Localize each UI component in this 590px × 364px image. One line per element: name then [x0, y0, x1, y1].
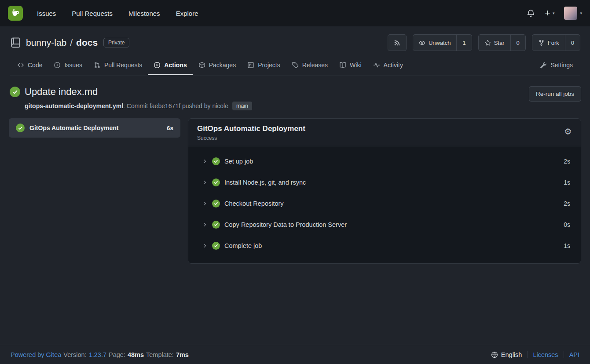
tab-issues[interactable]: Issues — [48, 56, 88, 75]
powered-by-gitea-link[interactable]: Powered by Gitea — [11, 351, 61, 358]
step-duration: 1s — [564, 242, 570, 249]
fork-icon — [538, 40, 545, 46]
gitea-logo[interactable] — [8, 6, 23, 21]
step-duration: 2s — [564, 158, 570, 165]
unwatch-label: Unwatch — [429, 40, 451, 46]
job-list-item[interactable]: GitOps Automatic Deployment 6s — [9, 118, 180, 138]
commit-info-text: : Commit faebe1671f pushed by nicole — [123, 102, 228, 109]
fork-label: Fork — [548, 40, 559, 46]
fork-count[interactable]: 0 — [565, 35, 580, 51]
job-success-check-icon — [16, 124, 25, 132]
version-label: Version: — [63, 351, 86, 358]
projects-icon — [247, 62, 254, 69]
tab-wiki[interactable]: Wiki — [333, 56, 367, 75]
nav-item-milestones[interactable]: Milestones — [128, 10, 160, 17]
tab-actions[interactable]: Actions — [148, 56, 192, 75]
navbar-links: Issues Pull Requests Milestones Explore — [37, 10, 198, 17]
step-duration: 1s — [564, 179, 570, 186]
rss-button-group — [388, 34, 407, 51]
tab-label: Actions — [164, 62, 187, 69]
gitea-cup-icon — [10, 8, 21, 19]
star-count[interactable]: 0 — [510, 35, 525, 51]
repo-action-buttons: Unwatch 1 Star 0 — [388, 34, 580, 51]
chevron-right-icon — [202, 201, 208, 206]
star-button[interactable]: Star — [479, 35, 510, 51]
job-duration: 6s — [167, 125, 173, 131]
book-icon — [339, 62, 346, 69]
step-row[interactable]: Complete job 1s — [188, 235, 581, 256]
tab-label: Releases — [302, 62, 328, 69]
page-time-label: Page: — [109, 351, 125, 358]
chevron-down-icon: ▾ — [580, 11, 582, 15]
user-avatar — [564, 7, 577, 20]
job-status-text: Success — [197, 135, 305, 141]
step-duration: 0s — [564, 221, 570, 228]
repo-title-row: bunny-lab / docs Private — [10, 34, 580, 51]
tab-code[interactable]: Code — [11, 56, 48, 75]
job-panel-header: GitOps Automatic Deployment Success ⚙ — [188, 119, 581, 146]
step-name: Install Node.js, git, and rsync — [224, 179, 306, 186]
tab-projects[interactable]: Projects — [242, 56, 286, 75]
rss-button[interactable] — [388, 35, 406, 51]
tab-label: Projects — [258, 62, 280, 69]
tab-activity[interactable]: Activity — [367, 56, 409, 75]
language-selector[interactable]: English — [491, 351, 522, 358]
step-name: Complete job — [224, 242, 262, 249]
step-row[interactable]: Set up job 2s — [188, 151, 581, 172]
tab-label: Activity — [384, 62, 403, 69]
run-success-check-icon — [10, 87, 20, 97]
api-link[interactable]: API — [569, 351, 579, 358]
workflow-file-link[interactable]: gitops-automatic-deployment.yml — [25, 102, 123, 109]
branch-badge[interactable]: main — [232, 102, 252, 110]
chevron-right-icon — [202, 243, 208, 248]
globe-icon — [491, 351, 498, 358]
run-subtitle: gitops-automatic-deployment.yml : Commit… — [25, 102, 580, 110]
footer-divider — [564, 351, 564, 358]
repo-name-link[interactable]: docs — [76, 37, 98, 48]
star-icon — [484, 40, 491, 46]
tab-releases[interactable]: Releases — [286, 56, 333, 75]
footer-left: Powered by Gitea Version: 1.23.7 Page: 4… — [11, 351, 189, 358]
nav-item-explore[interactable]: Explore — [176, 10, 198, 17]
tag-icon — [292, 62, 299, 69]
nav-item-pull-requests[interactable]: Pull Requests — [72, 10, 113, 17]
repo-owner-link[interactable]: bunny-lab — [26, 37, 66, 48]
rerun-all-jobs-button[interactable]: Re-run all jobs — [529, 86, 581, 102]
notifications-bell-icon[interactable] — [527, 9, 535, 18]
step-row[interactable]: Install Node.js, git, and rsync 1s — [188, 172, 581, 193]
star-button-group: Star 0 — [478, 34, 526, 51]
activity-icon — [373, 62, 380, 69]
repo-separator: / — [70, 37, 73, 48]
step-name: Set up job — [224, 158, 253, 165]
template-time-label: Template: — [146, 351, 174, 358]
fork-button[interactable]: Fork — [532, 35, 565, 51]
navbar-right: + ▾ ▾ — [527, 7, 582, 20]
package-icon — [198, 62, 205, 69]
job-panel: GitOps Automatic Deployment Success ⚙ Se… — [188, 118, 581, 264]
run-title-row: Update index.md — [10, 86, 580, 98]
tab-settings[interactable]: Settings — [534, 56, 579, 75]
run-header: Update index.md gitops-automatic-deploym… — [0, 76, 590, 118]
watch-count[interactable]: 1 — [456, 35, 471, 51]
unwatch-button[interactable]: Unwatch — [413, 35, 457, 51]
step-row[interactable]: Checkout Repository 2s — [188, 193, 581, 214]
nav-item-issues[interactable]: Issues — [37, 10, 56, 17]
user-menu[interactable]: ▾ — [564, 7, 582, 20]
tab-pull-requests[interactable]: Pull Requests — [88, 56, 148, 75]
chevron-right-icon — [202, 222, 208, 227]
tab-label: Packages — [209, 62, 236, 69]
step-success-check-icon — [212, 200, 220, 207]
footer-right: English Licenses API — [491, 351, 579, 358]
licenses-link[interactable]: Licenses — [533, 351, 558, 358]
repo-header: bunny-lab / docs Private — [0, 26, 590, 76]
create-new-button[interactable]: + ▾ — [545, 8, 554, 18]
step-success-check-icon — [212, 178, 220, 186]
version-link[interactable]: 1.23.7 — [89, 351, 106, 358]
gear-icon[interactable]: ⚙ — [564, 127, 572, 136]
step-row[interactable]: Copy Repository Data to Production Serve… — [188, 214, 581, 235]
language-label: English — [501, 351, 522, 358]
step-name: Checkout Repository — [224, 200, 284, 207]
star-label: Star — [494, 40, 505, 46]
tab-packages[interactable]: Packages — [193, 56, 242, 75]
watch-button-group: Unwatch 1 — [413, 34, 472, 51]
